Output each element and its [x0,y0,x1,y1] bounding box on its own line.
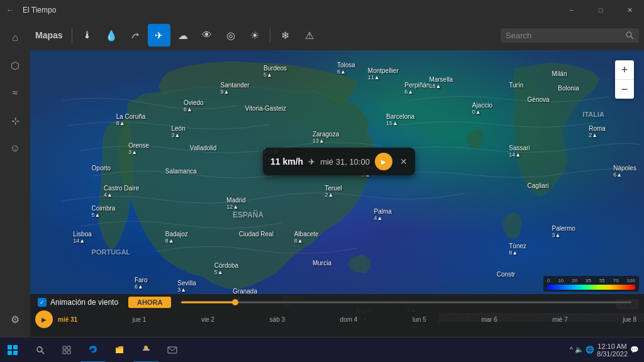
timeline-labels: mié 31 jue 1 vie 2 sáb 3 dom 4 lun 5 mar… [55,316,639,323]
timeline-item-3[interactable]: sáb 3 [270,316,285,323]
timeline-item-1[interactable]: jue 1 [133,316,147,323]
taskbar-task-view[interactable] [54,337,79,363]
maximize-button[interactable]: □ [586,0,615,20]
timeline-label-7: mié 7 [552,316,567,323]
divider-1 [72,28,72,43]
sidebar-item-terrain[interactable]: ≈ [3,80,28,106]
timeline-item-4[interactable]: dom 4 [340,316,358,323]
toolbar: Mapas 🌡 💧 ✈ ☁ 👁 ◎ ☀ ❄ ⚠ [30,20,644,50]
start-button[interactable] [0,337,25,363]
taskbar-tray: ^ 🔈 🌐 [570,346,594,354]
timeline-bottom-row: ▶ mié 31 jue 1 vie 2 sáb 3 dom 4 lun 5 m… [30,310,644,331]
timeline-item-0[interactable]: mié 31 [58,316,77,323]
taskbar-tray-icons[interactable]: ^ 🔈 🌐 [570,346,594,354]
sidebar-item-layers[interactable]: ⬡ [3,53,28,78]
search-input[interactable] [506,31,621,40]
wind-active-btn[interactable]: ✈ [148,24,170,47]
timeline-label-1: jue 1 [133,316,147,323]
scale-num-35: 35 [586,278,591,283]
timeline-progress-bar[interactable] [181,297,631,308]
timeline-label-8: jue 8 [623,316,636,323]
timeline-item-8[interactable]: jue 8 [623,316,636,323]
window-controls: − □ ✕ [557,0,644,20]
svg-line-7 [42,351,44,354]
play-button[interactable]: ▶ [35,310,53,328]
timeline-item-6[interactable]: mar 6 [481,316,497,323]
zoom-in-button[interactable]: + [615,60,634,79]
svg-point-0 [626,32,631,37]
svg-point-6 [37,347,42,352]
zoom-controls: + − [615,60,634,99]
taskbar-edge[interactable] [80,337,106,363]
svg-rect-2 [8,345,12,349]
svg-rect-4 [8,351,12,355]
timeline-label-5: lun 5 [413,316,426,323]
taskbar-right: ^ 🔈 🌐 12:10 AM 8/31/2022 💬 [570,343,644,358]
divider-2 [270,28,270,43]
windows-icon [8,345,18,355]
zoom-out-button[interactable]: − [615,80,634,99]
timeline-label-6: mar 6 [481,316,497,323]
timeline-item-2[interactable]: vie 2 [201,316,214,323]
bottom-top-row: ✓ Animación de viento AHORA [30,294,644,310]
timeline-label-0: mié 31 [58,316,77,323]
taskbar-mail[interactable] [160,337,185,363]
taskbar-icons [25,337,187,363]
taskbar-weather-app[interactable] [133,337,158,363]
svg-rect-3 [13,345,18,349]
timeline-item-7[interactable]: mié 7 [552,316,567,323]
sidebar-item-settings[interactable]: ⚙ [3,307,28,332]
taskbar-notification[interactable]: 💬 [630,346,639,354]
cloud-btn[interactable]: ☁ [172,24,194,47]
timeline-fill [181,302,235,304]
sidebar-item-face[interactable]: ☺ [3,136,28,161]
taskbar-file-explorer[interactable] [107,337,132,363]
wind-toggle[interactable]: ✓ Animación de viento [38,298,118,307]
minimize-button[interactable]: − [557,0,586,20]
section-title: Mapas [35,30,68,40]
visibility-btn[interactable]: 👁 [196,24,218,47]
back-button[interactable]: ← [0,0,20,20]
close-button[interactable]: ✕ [615,0,644,20]
warning-btn[interactable]: ⚠ [298,24,321,47]
sidebar-item-stars[interactable]: ⊹ [3,108,28,133]
app-title: El Tiempo [20,6,56,14]
color-scale-container: 0 10 20 35 55 70 100 [543,276,639,292]
wind-barb-btn[interactable] [124,24,147,47]
timeline-track [181,302,631,304]
title-bar: ← El Tiempo − □ ✕ [0,0,644,20]
scale-num-10: 10 [558,278,564,283]
taskbar-time: 12:10 AM 8/31/2022 [597,343,628,358]
scale-num-20: 20 [572,278,577,283]
taskbar: ^ 🔈 🌐 12:10 AM 8/31/2022 💬 [0,337,644,362]
search-icon [625,31,634,40]
search-box[interactable] [501,28,639,43]
ahora-button[interactable]: AHORA [128,297,171,308]
temperature-btn[interactable]: 🌡 [76,24,99,47]
precipitation-btn[interactable]: 💧 [100,24,123,47]
popup-play-button[interactable]: ▶ [375,153,392,170]
scale-gradient-bar [547,285,635,290]
svg-rect-8 [63,346,66,349]
bottom-controls: ✓ Animación de viento AHORA ▶ mié 31 jue… [30,294,644,337]
popup-close-button[interactable]: ✕ [400,156,408,167]
scale-num-55: 55 [599,278,605,283]
svg-line-1 [631,36,633,39]
time-display: 12:10 AM [597,343,628,350]
wind-checkbox[interactable]: ✓ [38,298,47,307]
uv-btn[interactable]: ☀ [243,24,266,47]
svg-rect-11 [67,351,70,354]
sidebar-item-home[interactable]: ⌂ [3,25,28,50]
humidity-btn[interactable]: ◎ [219,24,242,47]
wind-popup: 11 km/h ✈ mié 31, 10:00 ▶ ✕ [263,148,415,175]
scale-num-100: 100 [627,278,635,283]
popup-speed: 11 km/h [270,156,303,167]
timeline-label-4: dom 4 [340,316,358,323]
scale-num-70: 70 [613,278,619,283]
snow-btn[interactable]: ❄ [274,24,297,47]
timeline-item-5[interactable]: lun 5 [413,316,426,323]
svg-rect-9 [67,346,70,349]
timeline-handle[interactable] [232,299,238,305]
svg-rect-10 [63,351,66,354]
taskbar-search[interactable] [28,337,53,363]
